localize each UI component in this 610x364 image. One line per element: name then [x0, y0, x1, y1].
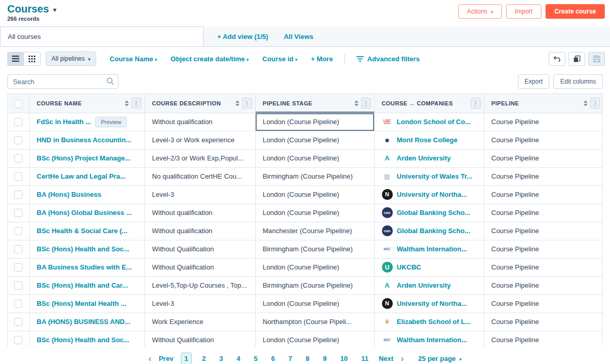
select-all-checkbox[interactable] — [14, 100, 22, 108]
search-input[interactable] — [7, 74, 118, 89]
page-button-10[interactable]: 10 — [337, 353, 351, 364]
pipeline-stage-cell[interactable]: London (Course Pipeline) — [255, 113, 374, 131]
row-checkbox[interactable] — [14, 281, 22, 290]
undo-button[interactable] — [549, 52, 565, 66]
page-button-2[interactable]: 2 — [199, 353, 209, 364]
advanced-filters-link[interactable]: Advanced filters — [356, 55, 420, 63]
next-chevron-icon[interactable]: › — [401, 354, 404, 363]
column-header-course-companies[interactable]: COURSE → COMPANIES — [382, 100, 453, 106]
column-menu-icon[interactable]: ⋮ — [590, 98, 600, 109]
pipeline-stage-cell[interactable]: Manchester (Course Pipeline) — [255, 222, 374, 240]
company-link[interactable]: Arden University — [397, 154, 451, 162]
page-button-8[interactable]: 8 — [302, 353, 312, 364]
page-button-9[interactable]: 9 — [320, 353, 330, 364]
company-link[interactable]: Waltham Internation... — [397, 245, 467, 253]
course-name-link[interactable]: BA Business Studies with E... — [37, 263, 132, 271]
title-caret-icon[interactable]: ▼ — [52, 7, 58, 13]
page-button-11[interactable]: 11 — [358, 353, 372, 364]
page-button-4[interactable]: 4 — [233, 353, 243, 364]
course-name-link[interactable]: BSc (Hons) Health and Soc... — [37, 245, 129, 253]
row-checkbox[interactable] — [14, 172, 22, 181]
pipeline-stage-cell[interactable]: London (Course Pipeline) — [255, 331, 374, 346]
import-button[interactable]: Import — [506, 4, 541, 19]
row-checkbox[interactable] — [14, 136, 22, 144]
column-menu-icon[interactable]: ⋮ — [471, 98, 481, 109]
row-checkbox[interactable] — [14, 154, 22, 163]
course-name-filter[interactable]: Course Name▾ — [110, 55, 157, 63]
prev-button[interactable]: Prev — [158, 355, 173, 362]
course-name-link[interactable]: BSc (Hons) Health and Car... — [37, 281, 128, 289]
sort-icon[interactable] — [354, 100, 359, 106]
course-name-link[interactable]: CertHe Law and Legal Pra... — [37, 172, 126, 180]
course-name-link[interactable]: BA (HONS) BUSINESS AND... — [37, 318, 130, 326]
row-checkbox[interactable] — [14, 336, 22, 344]
create-date-filter[interactable]: Object create date/time▾ — [170, 55, 249, 63]
pipeline-stage-cell[interactable]: London (Course Pipeline) — [255, 294, 374, 313]
copy-view-button[interactable] — [568, 52, 585, 66]
company-link[interactable]: Arden University — [397, 281, 451, 289]
company-link[interactable]: Waltham Internation... — [397, 336, 467, 344]
column-header-pipeline-stage[interactable]: PIPELINE STAGE — [263, 100, 313, 106]
company-link[interactable]: Global Banking Scho... — [397, 227, 471, 235]
course-id-filter[interactable]: Course id▾ — [262, 55, 298, 63]
column-header-course-name[interactable]: COURSE NAME — [37, 100, 82, 106]
row-checkbox[interactable] — [14, 209, 22, 217]
all-pipelines-dropdown[interactable]: All pipelines ▾ — [46, 51, 96, 66]
pipeline-stage-cell[interactable]: Northampton (Course Pipeli... — [255, 313, 374, 331]
pipeline-stage-cell[interactable]: London (Course Pipeline) — [255, 131, 374, 149]
company-link[interactable]: London School of Co... — [397, 118, 471, 126]
row-checkbox[interactable] — [14, 245, 22, 253]
add-view-link[interactable]: + Add view (1/5) — [217, 33, 268, 41]
prev-chevron-icon[interactable]: ‹ — [149, 354, 152, 363]
page-button-7[interactable]: 7 — [285, 353, 295, 364]
page-title[interactable]: Courses — [7, 3, 49, 15]
actions-button[interactable]: Actions ▾ — [458, 4, 502, 19]
pipeline-stage-cell[interactable]: London (Course Pipeline) — [255, 204, 374, 222]
pipeline-stage-cell[interactable]: Birmingham (Course Pipeline) — [255, 240, 374, 258]
course-name-link[interactable]: BSc (Hons) Health and Soc... — [37, 336, 129, 344]
pipeline-stage-cell[interactable]: London (Course Pipeline) — [255, 185, 374, 204]
tab-all-courses[interactable]: All courses — [0, 26, 204, 46]
page-button-6[interactable]: 6 — [268, 353, 278, 364]
preview-button[interactable]: Preview — [95, 117, 127, 127]
save-view-button[interactable] — [588, 52, 605, 66]
company-link[interactable]: UKCBC — [397, 263, 421, 271]
company-link[interactable]: University of Wales Tr... — [397, 172, 472, 180]
row-checkbox[interactable] — [14, 318, 22, 326]
column-menu-icon[interactable]: ⋮ — [131, 98, 141, 109]
course-name-link[interactable]: BA (Hons) Business — [37, 191, 101, 198]
pipeline-stage-cell[interactable]: Birmingham (Course Pipeline) — [255, 167, 374, 185]
company-link[interactable]: University of Northa... — [397, 191, 467, 198]
list-view-button[interactable] — [7, 52, 24, 66]
pipeline-stage-cell[interactable]: London (Course Pipeline) — [255, 149, 374, 167]
next-button[interactable]: Next — [379, 355, 393, 362]
row-checkbox[interactable] — [14, 300, 22, 308]
company-link[interactable]: University of Northa... — [397, 300, 467, 307]
sort-icon[interactable] — [235, 100, 240, 106]
row-checkbox[interactable] — [14, 263, 22, 272]
company-link[interactable]: Elizabeth School of L... — [397, 318, 471, 326]
column-menu-icon[interactable]: ⋮ — [242, 98, 252, 109]
course-name-link[interactable]: BA (Hons) Global Business ... — [37, 209, 132, 217]
page-button-5[interactable]: 5 — [251, 353, 261, 364]
company-link[interactable]: Global Banking Scho... — [397, 209, 471, 217]
edit-columns-button[interactable]: Edit columns — [553, 74, 603, 89]
course-name-link[interactable]: BSc (Hons) Mental Health ... — [37, 300, 127, 307]
column-menu-icon[interactable]: ⋮ — [361, 98, 371, 109]
pipeline-stage-cell[interactable]: Birmingham (Course Pipeline) — [255, 276, 374, 294]
row-checkbox[interactable] — [14, 227, 22, 235]
create-course-button[interactable]: Create course — [546, 4, 605, 19]
row-checkbox[interactable] — [14, 118, 22, 126]
more-filters-link[interactable]: + More — [311, 55, 333, 63]
export-button[interactable]: Export — [518, 74, 550, 89]
sort-icon[interactable] — [584, 100, 588, 106]
row-checkbox[interactable] — [14, 191, 22, 199]
per-page-dropdown[interactable]: 25 per page ▾ — [418, 355, 461, 362]
pipeline-stage-cell[interactable]: London (Course Pipeline) — [255, 258, 374, 276]
course-name-link[interactable]: FdSc in Health ... — [37, 118, 91, 126]
all-views-link[interactable]: All Views — [284, 33, 313, 41]
column-header-course-description[interactable]: COURSE DESCRIPTION — [152, 100, 221, 106]
course-name-link[interactable]: BSc (Hons) Project Manage... — [37, 154, 131, 162]
sort-icon[interactable] — [125, 100, 129, 106]
course-name-link[interactable]: HND in Business Accountin... — [37, 136, 131, 144]
